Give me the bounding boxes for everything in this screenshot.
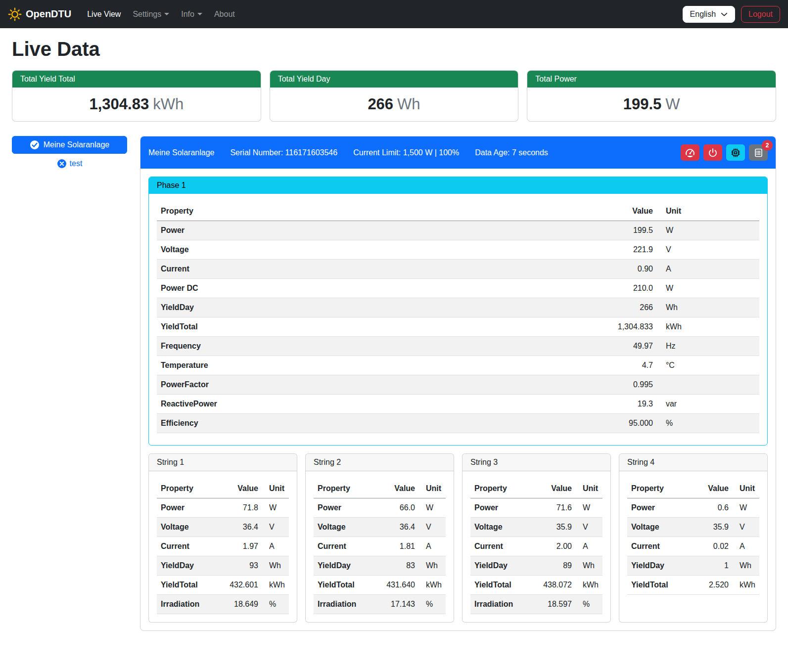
- table-row: Irradiation17.143%: [314, 595, 446, 614]
- inverter-selector-active[interactable]: Meine Solaranlage: [12, 136, 127, 154]
- property-cell: ReactivePower: [157, 395, 579, 414]
- table-header-row: Property Value Unit: [314, 479, 446, 498]
- nav-item-about[interactable]: About: [210, 6, 239, 23]
- table-row: YieldTotal438.072kWh: [470, 576, 603, 595]
- value-cell: 266: [579, 298, 657, 317]
- unit-cell: kWh: [262, 576, 289, 595]
- unit-cell: A: [262, 537, 289, 556]
- nav-item-settings[interactable]: Settings: [129, 6, 173, 23]
- table-row: ReactivePower19.3var: [157, 395, 759, 414]
- table-row: Voltage221.9V: [157, 240, 759, 260]
- table-row: Current1.97A: [157, 537, 289, 556]
- table-row: YieldDay93Wh: [157, 556, 289, 576]
- col-value: Value: [579, 202, 657, 221]
- sun-icon: [8, 7, 22, 21]
- property-cell: Current: [470, 537, 536, 556]
- table-row: PowerFactor0.995: [157, 375, 759, 395]
- table-row: Power66.0W: [314, 498, 446, 518]
- string-1-title: String 1: [149, 454, 297, 471]
- event-log-button[interactable]: 2: [749, 144, 768, 161]
- property-cell: YieldDay: [627, 556, 693, 576]
- value-cell: 35.9: [536, 518, 576, 537]
- table-row: Power71.8W: [157, 498, 289, 518]
- logout-button[interactable]: Logout: [741, 6, 780, 23]
- property-cell: Current: [627, 537, 693, 556]
- value-cell: 35.9: [693, 518, 733, 537]
- nav-item-info[interactable]: Info: [177, 6, 206, 23]
- phase-1-title: Phase 1: [149, 177, 767, 194]
- table-row: Voltage35.9V: [627, 518, 759, 537]
- table-row: YieldDay1Wh: [627, 556, 759, 576]
- power-button[interactable]: [703, 144, 722, 161]
- property-cell: Irradiation: [314, 595, 379, 614]
- table-row: Power DC210.0W: [157, 279, 759, 298]
- string-1-table: Property Value Unit Power71.8WVoltage36.…: [157, 479, 289, 614]
- device-info-button[interactable]: [726, 144, 745, 161]
- unit-cell: Wh: [657, 298, 759, 317]
- chevron-down-icon: [721, 11, 728, 18]
- value-cell: 4.7: [579, 356, 657, 375]
- inverter-selector-label: Meine Solaranlage: [44, 140, 109, 149]
- col-value: Value: [693, 479, 733, 498]
- card-total-yield-day: Total Yield Day 266Wh: [270, 70, 519, 122]
- unit-cell: V: [419, 518, 446, 537]
- phase-1-card: Phase 1 Property Value Unit Power199.5WV…: [148, 177, 768, 446]
- unit-cell: Wh: [419, 556, 446, 576]
- unit-cell: A: [733, 537, 759, 556]
- unit-cell: Wh: [733, 556, 759, 576]
- value-cell: 1.97: [223, 537, 262, 556]
- total-power-value: 199.5: [623, 95, 662, 113]
- table-row: Current2.00A: [470, 537, 603, 556]
- unit-cell: %: [419, 595, 446, 614]
- value-cell: 2.00: [536, 537, 576, 556]
- value-cell: 89: [536, 556, 576, 576]
- property-cell: YieldTotal: [627, 576, 693, 595]
- table-row: YieldTotal432.601kWh: [157, 576, 289, 595]
- table-header-row: Property Value Unit: [470, 479, 603, 498]
- language-select[interactable]: English: [683, 6, 735, 23]
- unit-cell: A: [419, 537, 446, 556]
- col-unit: Unit: [576, 479, 603, 498]
- card-total-yield-total: Total Yield Total 1,304.83kWh: [12, 70, 261, 122]
- value-cell: 432.601: [223, 576, 262, 595]
- property-cell: Voltage: [314, 518, 379, 537]
- table-row: Irradiation18.597%: [470, 595, 603, 614]
- unit-cell: kWh: [657, 317, 759, 337]
- table-row: Voltage36.4V: [314, 518, 446, 537]
- brand-label: OpenDTU: [26, 8, 71, 20]
- nav-item-live-view[interactable]: Live View: [83, 6, 125, 23]
- navbar-right: English Logout: [683, 6, 780, 23]
- value-cell: 1: [693, 556, 733, 576]
- language-value: English: [690, 10, 716, 19]
- property-cell: Frequency: [157, 337, 579, 356]
- property-cell: Power: [314, 498, 379, 518]
- col-unit: Unit: [419, 479, 446, 498]
- property-cell: Power DC: [157, 279, 579, 298]
- value-cell: 95.000: [579, 414, 657, 433]
- limit-settings-button[interactable]: [681, 144, 699, 161]
- table-row: YieldTotal431.640kWh: [314, 576, 446, 595]
- col-property: Property: [314, 479, 379, 498]
- value-cell: 0.90: [579, 260, 657, 279]
- summary-row: Total Yield Total 1,304.83kWh Total Yiel…: [12, 70, 776, 122]
- inverter-limit: Current Limit: 1,500 W | 100%: [353, 148, 459, 157]
- table-header-row: Property Value Unit: [157, 202, 759, 221]
- value-cell: 93: [223, 556, 262, 576]
- table-row: YieldTotal2.520kWh: [627, 576, 759, 595]
- table-row: Power199.5W: [157, 221, 759, 240]
- inverter-panel: Meine Solaranlage Serial Number: 1161716…: [140, 136, 776, 631]
- property-cell: Voltage: [157, 518, 223, 537]
- table-row: Current1.81A: [314, 537, 446, 556]
- col-value: Value: [223, 479, 262, 498]
- table-row: YieldTotal1,304.833kWh: [157, 317, 759, 337]
- table-row: YieldDay83Wh: [314, 556, 446, 576]
- total-yield-day-unit: Wh: [397, 95, 420, 113]
- property-cell: Current: [157, 537, 223, 556]
- brand[interactable]: OpenDTU: [8, 7, 71, 21]
- table-header-row: Property Value Unit: [157, 479, 289, 498]
- inverter-data-age: Data Age: 7 seconds: [475, 148, 548, 157]
- inverter-name: Meine Solaranlage: [148, 148, 214, 157]
- unit-cell: %: [576, 595, 603, 614]
- inverter-selector-test[interactable]: test: [12, 159, 127, 169]
- inverter-serial: Serial Number: 116171603546: [230, 148, 337, 157]
